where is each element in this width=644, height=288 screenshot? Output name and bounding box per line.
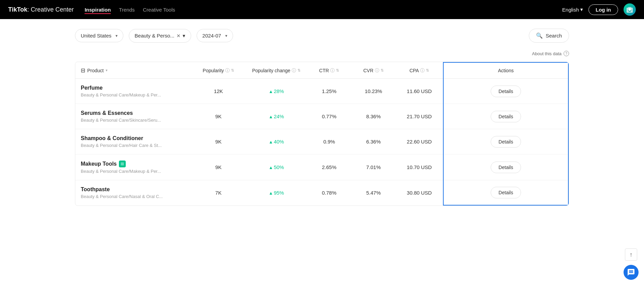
cvr-column-header: CVR ⓘ ⇅ <box>351 62 396 79</box>
country-label: United States <box>81 33 111 39</box>
table-row: Toothpaste Beauty & Personal Care/Nasal … <box>75 180 568 206</box>
chevron-down-icon: ▾ <box>183 33 185 39</box>
cvr-cell: 8.36% <box>351 104 396 129</box>
sort-icon[interactable]: ⇅ <box>426 68 429 73</box>
ctr-column-header: CTR ⓘ ⇅ <box>307 62 351 79</box>
cpa-cell: 22.60 USD <box>396 129 443 154</box>
sort-icon[interactable]: ⇅ <box>336 68 339 73</box>
info-icon[interactable]: ⓘ <box>420 67 425 74</box>
logo: TikTok: Creative Center <box>8 6 74 13</box>
filters-bar: United States ▾ Beauty & Perso... ✕ ▾ 20… <box>75 29 569 43</box>
up-arrow-icon: ▲ <box>269 139 273 145</box>
nav-right: English ▾ Log in <box>562 3 636 16</box>
product-header-label: Product <box>87 68 104 73</box>
product-name: Toothpaste <box>81 186 186 193</box>
cvr-cell: 7.01% <box>351 154 396 180</box>
popularity-cell: 7K <box>191 180 246 206</box>
date-label: 2024-07 <box>202 33 221 39</box>
ctr-cell: 0.77% <box>307 104 351 129</box>
nav-creative-tools[interactable]: Creative Tools <box>143 5 175 14</box>
product-name-cell: Shampoo & Conditioner Beauty & Personal … <box>75 129 191 154</box>
ctr-cell: 0.9% <box>307 129 351 154</box>
nav-links: Inspiration Trends Creative Tools <box>85 5 562 14</box>
up-arrow-icon: ▲ <box>269 165 273 170</box>
pop-change-value: ▲24% <box>269 113 284 119</box>
products-table: ⊟ Product ▾ Popularity ⓘ ⇅ <box>75 62 569 206</box>
language-selector[interactable]: English ▾ <box>562 6 583 13</box>
login-button[interactable]: Log in <box>588 4 618 15</box>
camera-icon <box>626 6 633 13</box>
pop-change-cell: ▲24% <box>246 104 307 129</box>
pop-change-value: ▲50% <box>269 164 284 170</box>
pop-change-header-label: Popularity change <box>252 68 290 73</box>
date-filter[interactable]: 2024-07 ▾ <box>197 29 233 42</box>
sort-icon[interactable]: ⇅ <box>297 68 301 73</box>
cpa-column-header: CPA ⓘ ⇅ <box>396 62 443 79</box>
search-button[interactable]: 🔍 Search <box>529 29 569 43</box>
actions-cell: Details <box>443 180 568 206</box>
cpa-cell: 30.80 USD <box>396 180 443 206</box>
chevron-down-icon: ▾ <box>580 6 583 13</box>
pop-change-value: ▲40% <box>269 139 284 145</box>
remove-category-icon[interactable]: ✕ <box>177 33 181 39</box>
navigation: TikTok: Creative Center Inspiration Tren… <box>0 0 644 19</box>
search-label: Search <box>546 33 562 39</box>
chevron-down-icon: ▾ <box>116 33 118 38</box>
table-header-row: ⊟ Product ▾ Popularity ⓘ ⇅ <box>75 62 568 79</box>
language-label: English <box>562 7 579 13</box>
search-icon: 🔍 <box>536 32 543 39</box>
popularity-column-header: Popularity ⓘ ⇅ <box>191 62 246 79</box>
info-icon[interactable]: ⓘ <box>375 67 379 74</box>
pop-change-value: ▲95% <box>269 190 284 196</box>
popularity-header-label: Popularity <box>203 68 224 73</box>
sort-icon[interactable]: ⇅ <box>381 68 384 73</box>
popularity-cell: 9K <box>191 154 246 180</box>
main-content: United States ▾ Beauty & Perso... ✕ ▾ 20… <box>0 19 644 206</box>
pop-change-cell: ▲50% <box>246 154 307 180</box>
product-name-cell: Serums & Essences Beauty & Personal Care… <box>75 104 191 129</box>
info-icon[interactable]: ⓘ <box>330 67 335 74</box>
nav-inspiration[interactable]: Inspiration <box>85 5 111 14</box>
table-row: Makeup Tools Beauty & Personal Care/Make… <box>75 154 568 180</box>
details-button[interactable]: Details <box>491 86 521 97</box>
actions-header-label: Actions <box>498 68 514 73</box>
up-arrow-icon: ▲ <box>269 89 273 94</box>
details-button[interactable]: Details <box>491 111 521 122</box>
product-name: Serums & Essences <box>81 110 186 116</box>
details-button[interactable]: Details <box>491 187 521 198</box>
sort-icon[interactable]: ▾ <box>106 68 108 73</box>
cpa-cell: 21.70 USD <box>396 104 443 129</box>
help-icon[interactable]: ? <box>564 51 569 56</box>
product-column-header: ⊟ Product ▾ <box>75 62 191 79</box>
pop-change-cell: ▲28% <box>246 79 307 104</box>
product-category: Beauty & Personal Care/Makeup & Per... <box>81 169 186 174</box>
cvr-cell: 6.36% <box>351 129 396 154</box>
cvr-cell: 5.47% <box>351 180 396 206</box>
about-data-row: About this data ? <box>75 51 569 56</box>
product-name-cell: Perfume Beauty & Personal Care/Makeup & … <box>75 79 191 104</box>
avatar[interactable] <box>624 3 636 16</box>
pop-change-cell: ▲95% <box>246 180 307 206</box>
table-body: Perfume Beauty & Personal Care/Makeup & … <box>75 79 568 206</box>
product-name-cell: Makeup Tools Beauty & Personal Care/Make… <box>75 154 191 180</box>
info-icon[interactable]: ⓘ <box>225 67 230 74</box>
category-label: Beauty & Perso... <box>135 33 174 39</box>
cpa-cell: 10.70 USD <box>396 154 443 180</box>
popularity-cell: 12K <box>191 79 246 104</box>
product-category: Beauty & Personal Care/Makeup & Per... <box>81 92 186 97</box>
sort-icon[interactable]: ⇅ <box>231 68 234 73</box>
product-category: Beauty & Personal Care/Skincare/Seru... <box>81 118 186 123</box>
country-filter[interactable]: United States ▾ <box>75 29 123 42</box>
about-data-label[interactable]: About this data <box>532 51 562 56</box>
popularity-cell: 9K <box>191 129 246 154</box>
details-button[interactable]: Details <box>491 162 521 173</box>
products-table-container: ⊟ Product ▾ Popularity ⓘ ⇅ <box>75 62 569 206</box>
nav-trends[interactable]: Trends <box>119 5 135 14</box>
info-icon[interactable]: ⓘ <box>292 67 296 74</box>
product-badge <box>119 161 126 167</box>
details-button[interactable]: Details <box>491 136 521 148</box>
actions-column-header: Actions <box>443 62 568 79</box>
table-row: Serums & Essences Beauty & Personal Care… <box>75 104 568 129</box>
category-filter[interactable]: Beauty & Perso... ✕ ▾ <box>129 29 191 43</box>
product-name: Perfume <box>81 85 186 91</box>
